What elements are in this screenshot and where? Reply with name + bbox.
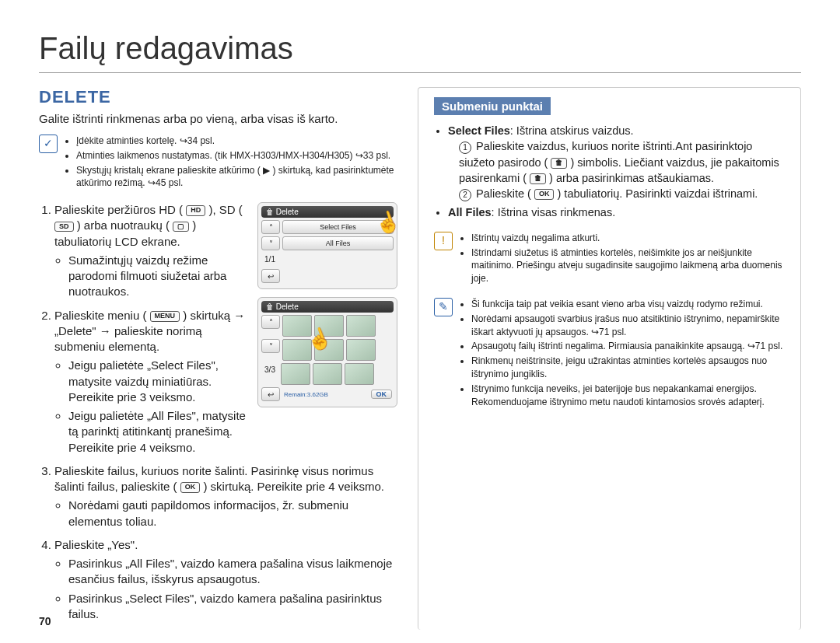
prereq-item: Atminties laikmenos nustatymas. (tik HMX… bbox=[76, 149, 396, 162]
info-item: Norėdami apsaugoti svarbius įrašus nuo a… bbox=[471, 313, 791, 339]
info-item: Apsaugotų failų ištrinti negalima. Pirmi… bbox=[471, 340, 791, 353]
step-list: Palieskite peržiūros HD ( HD ), SD ( SD … bbox=[39, 202, 250, 456]
thumbnail[interactable] bbox=[345, 363, 374, 385]
step-2-note: Jeigu palietėte „All Files", matysite tą… bbox=[68, 408, 250, 456]
submenu-select-files: Select Files: Ištrina atskirus vaizdus. … bbox=[448, 123, 791, 201]
down-button[interactable]: ˅ bbox=[261, 339, 280, 353]
prereq-note: ✓ Įdėkite atminties kortelę. ↪34 psl. At… bbox=[39, 135, 396, 191]
info-item: Rinkmenų neištrinsite, jeigu užrakintas … bbox=[471, 355, 791, 381]
screenshot-column: 🗑 Delete ˄ Select Files ˅ All Files 1/1 bbox=[257, 202, 396, 415]
prereq-list: Įdėkite atminties kortelę. ↪34 psl. Atmi… bbox=[64, 135, 396, 191]
trash-mark-icon: 🗑 bbox=[530, 173, 546, 184]
all-files-option[interactable]: All Files bbox=[282, 236, 394, 250]
page-indicator: 1/1 bbox=[261, 253, 278, 265]
step-4-note: Pasirinkus „Select Files", vaizdo kamera… bbox=[68, 591, 396, 623]
submenu-tab: Submeniu punktai bbox=[434, 97, 551, 115]
prereq-item: Skystųjų kristalų ekrane palieskite atkū… bbox=[76, 164, 396, 190]
prereq-item: Įdėkite atminties kortelę. ↪34 psl. bbox=[76, 135, 396, 148]
page-title: Failų redagavimas bbox=[39, 31, 801, 73]
ok-icon: OK bbox=[534, 189, 555, 200]
trash-icon: 🗑 bbox=[266, 302, 274, 311]
hd-icon: HD bbox=[186, 205, 205, 216]
info-item: Ištrynimo funkcija neveiks, jei baterijo… bbox=[471, 383, 791, 409]
ok-icon: OK bbox=[180, 482, 201, 493]
info-item: Ši funkcija taip pat veikia esant vieno … bbox=[471, 298, 791, 311]
step-1-icon: 1 bbox=[459, 142, 471, 154]
back-button[interactable]: ↩ bbox=[261, 387, 280, 401]
step-1: Palieskite peržiūros HD ( HD ), SD ( SD … bbox=[54, 202, 250, 300]
submenu-list: Select Files: Ištrina atskirus vaizdus. … bbox=[434, 123, 791, 221]
warning-note: ! Ištrintų vaizdų negalima atkurti. Ištr… bbox=[434, 232, 791, 287]
left-column: DELETE Galite ištrinti rinkmenas arba po… bbox=[39, 87, 396, 630]
step-1-note: Sumažintųjų vaizdų režime parodomi filmu… bbox=[68, 253, 250, 300]
sd-icon: SD bbox=[54, 222, 74, 232]
page-indicator: 3/3 bbox=[261, 363, 278, 376]
select-files-option[interactable]: Select Files bbox=[282, 220, 394, 234]
submenu-all-files: All Files: Ištrina visas rinkmenas. bbox=[448, 204, 791, 220]
screenshot-delete-menu: 🗑 Delete ˄ Select Files ˅ All Files 1/1 bbox=[257, 202, 397, 289]
step-3-note: Norėdami gauti papildomos informacijos, … bbox=[68, 498, 396, 529]
thumbnail[interactable] bbox=[314, 339, 344, 361]
warning-list: Ištrintų vaizdų negalima atkurti. Ištrin… bbox=[459, 232, 791, 287]
step-2-icon: 2 bbox=[459, 189, 471, 201]
back-button[interactable]: ↩ bbox=[261, 269, 280, 283]
up-button[interactable]: ˄ bbox=[261, 315, 280, 329]
up-button[interactable]: ˄ bbox=[261, 220, 280, 234]
ok-button[interactable]: OK bbox=[371, 390, 393, 399]
info-note: ✎ Ši funkcija taip pat veikia esant vien… bbox=[434, 298, 791, 410]
page-number: 70 bbox=[39, 615, 51, 627]
thumbnail[interactable] bbox=[281, 363, 310, 385]
step-4-note: Pasirinkus „All Files", vaizdo kamera pa… bbox=[68, 556, 396, 588]
warning-item: Ištrindami siužetus iš atminties kortelė… bbox=[471, 246, 791, 285]
screenshot-thumbnails: 🗑 Delete ˄ ˅ bbox=[257, 297, 397, 407]
info-list: Ši funkcija taip pat veikia esant vieno … bbox=[459, 298, 791, 410]
steps-with-screens: Palieskite peržiūros HD ( HD ), SD ( SD … bbox=[39, 202, 396, 463]
step-4: Palieskite „Yes". Pasirinkus „All Files"… bbox=[54, 537, 396, 622]
step-2-note: Jeigu palietėte „Select Files", matysite… bbox=[68, 358, 250, 405]
thumbnail[interactable] bbox=[346, 315, 376, 337]
down-button[interactable]: ˅ bbox=[261, 236, 280, 250]
check-icon: ✓ bbox=[39, 135, 58, 153]
thumbnail[interactable] bbox=[282, 339, 312, 361]
intro-text: Galite ištrinti rinkmenas arba po vieną,… bbox=[39, 112, 396, 125]
thumbnail[interactable] bbox=[313, 363, 342, 385]
warning-icon: ! bbox=[434, 232, 453, 250]
step-3: Palieskite failus, kuriuos norite šalint… bbox=[54, 463, 396, 529]
info-icon: ✎ bbox=[434, 298, 453, 316]
right-column: Submeniu punktai Select Files: Ištrina a… bbox=[418, 87, 801, 630]
warning-item: Ištrintų vaizdų negalima atkurti. bbox=[471, 232, 791, 245]
remain-label: Remain:3.62GB bbox=[284, 391, 328, 398]
thumbnail[interactable] bbox=[346, 339, 376, 361]
columns: DELETE Galite ištrinti rinkmenas arba po… bbox=[39, 87, 801, 630]
menu-icon: MENU bbox=[150, 311, 180, 322]
page: Failų redagavimas DELETE Galite ištrinti… bbox=[0, 0, 840, 643]
trash-icon: 🗑 bbox=[266, 208, 274, 216]
trash-mark-icon: 🗑 bbox=[551, 158, 567, 169]
step-list-cont: Palieskite failus, kuriuos norite šalint… bbox=[39, 463, 396, 622]
thumbnail[interactable] bbox=[314, 315, 344, 337]
section-heading: DELETE bbox=[39, 87, 396, 107]
step-2: Palieskite meniu ( MENU ) skirtuką → „De… bbox=[54, 308, 250, 456]
photo-icon: ▢ bbox=[173, 222, 189, 232]
thumbnail[interactable] bbox=[282, 315, 312, 337]
